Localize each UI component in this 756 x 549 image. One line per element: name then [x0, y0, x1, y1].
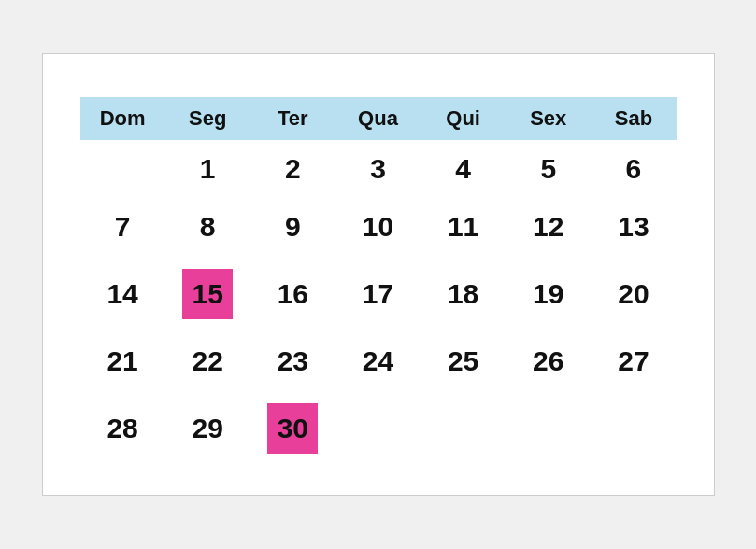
- calendar-day: 7: [80, 198, 165, 256]
- calendar-day: 13: [591, 198, 676, 256]
- calendar-day: [421, 390, 506, 467]
- calendar-day: 6: [591, 140, 676, 198]
- calendar-day: [80, 140, 165, 198]
- calendar-week-row: 123456: [80, 140, 677, 198]
- calendar-day: 18: [421, 256, 506, 332]
- calendar-day: 5: [506, 140, 591, 198]
- calendar-day: 27: [591, 332, 676, 390]
- calendar-day: 10: [335, 198, 421, 256]
- highlighted-day: 15: [182, 269, 233, 319]
- calendar-week-row: 21222324252627: [80, 332, 677, 390]
- calendar-day: [591, 390, 676, 467]
- calendar-day: 30: [250, 390, 335, 467]
- calendar-day: 1: [165, 140, 250, 198]
- calendar-day: 21: [80, 332, 165, 390]
- weekday-header: Seg: [165, 97, 250, 140]
- calendar-day: 19: [506, 256, 591, 332]
- calendar-day: 16: [250, 256, 335, 332]
- calendar-day: [335, 390, 421, 467]
- calendar-day: 11: [421, 198, 506, 256]
- weekday-header-row: DomSegTerQuaQuiSexSab: [80, 97, 677, 140]
- calendar-grid: DomSegTerQuaQuiSexSab 123456789101112131…: [80, 97, 677, 467]
- calendar-day: 23: [250, 332, 335, 390]
- calendar-day: 15: [165, 256, 250, 332]
- calendar-day: 12: [506, 198, 591, 256]
- weekday-header: Sab: [591, 97, 676, 140]
- highlighted-day: 30: [267, 403, 318, 454]
- calendar-day: 9: [250, 198, 335, 256]
- calendar-day: 4: [421, 140, 506, 198]
- weekday-header: Dom: [80, 97, 165, 140]
- calendar-day: [506, 390, 591, 467]
- calendar-day: 22: [165, 332, 250, 390]
- weekday-header: Qui: [421, 97, 506, 140]
- calendar-day: 29: [165, 390, 250, 467]
- calendar-day: 14: [80, 256, 165, 332]
- calendar-day: 28: [80, 390, 165, 467]
- calendar-day: 17: [335, 256, 421, 332]
- calendar-day: 8: [165, 198, 250, 256]
- calendar-day: 25: [421, 332, 506, 390]
- calendar-week-row: 282930: [80, 390, 677, 467]
- calendar-day: 24: [335, 332, 421, 390]
- weekday-header: Qua: [335, 97, 421, 140]
- calendar-week-row: 78910111213: [80, 198, 677, 256]
- calendar-day: 3: [335, 140, 421, 198]
- weekday-header: Ter: [250, 97, 335, 140]
- calendar-week-row: 14151617181920: [80, 256, 677, 332]
- calendar-day: 2: [250, 140, 335, 198]
- calendar-day: 26: [506, 332, 591, 390]
- calendar-container: DomSegTerQuaQuiSexSab 123456789101112131…: [42, 53, 715, 496]
- calendar-day: 20: [591, 256, 676, 332]
- weekday-header: Sex: [506, 97, 591, 140]
